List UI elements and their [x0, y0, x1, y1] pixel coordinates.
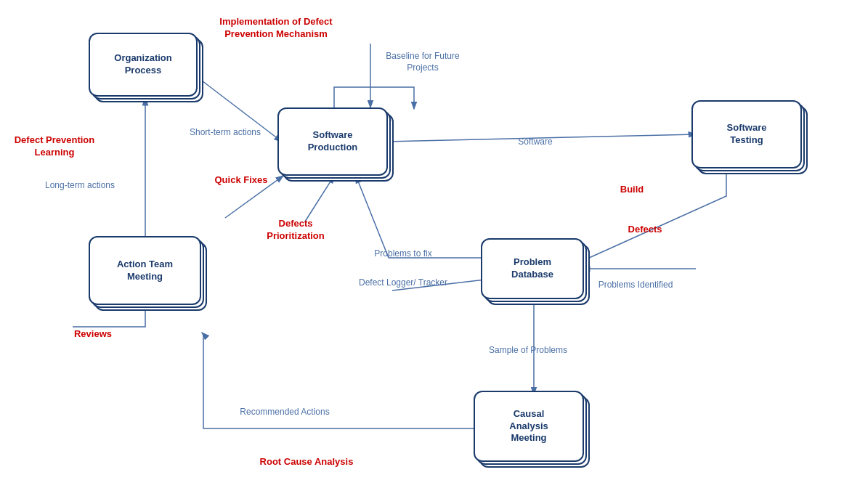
sample-problems-label: Sample of Problems [474, 345, 583, 357]
build-label: Build [610, 184, 654, 196]
problem-database-node: Problem Database [481, 238, 584, 299]
reviews-label: Reviews [64, 328, 122, 341]
recommended-label: Recommended Actions [234, 407, 336, 418]
long-term-label: Long-term actions [44, 180, 116, 192]
defects-label: Defects [616, 224, 674, 236]
problem-database-label: Problem Database [511, 256, 553, 281]
defect-logger-label: Defect Logger/ Tracker [356, 277, 450, 289]
software-production-label: Software Production [308, 129, 358, 154]
baseline-label: Baseline for Future Projects [379, 51, 466, 73]
diagram: Organization Process Software Production… [0, 0, 844, 504]
causal-analysis-label: Causal Analysis Meeting [509, 408, 548, 445]
org-process-label: Organization Process [114, 52, 171, 77]
causal-analysis-node: Causal Analysis Meeting [474, 391, 584, 462]
short-term-label: Short-term actions [185, 127, 265, 139]
problems-to-fix-label: Problems to fix [356, 248, 450, 260]
root-cause-label: Root Cause Analysis [234, 456, 379, 468]
software-label: Software [503, 137, 568, 148]
defects-prioritization-label: Defects Prioritization [248, 218, 343, 243]
software-production-node: Software Production [277, 107, 388, 176]
action-team-node: Action Team Meeting [89, 236, 201, 305]
org-process-node: Organization Process [89, 33, 198, 97]
implementation-label: Implementation of Defect Prevention Mech… [196, 16, 356, 41]
software-testing-label: Software Testing [727, 122, 767, 147]
problems-identified-label: Problems Identified [581, 280, 690, 291]
quick-fixes-label: Quick Fixes [212, 174, 270, 187]
software-testing-node: Software Testing [691, 100, 802, 168]
action-team-label: Action Team Meeting [117, 259, 173, 283]
defect-prevention-label: Defect Prevention Learning [11, 134, 98, 159]
